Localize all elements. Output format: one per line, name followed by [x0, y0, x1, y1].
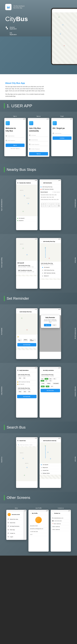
search-title: Search Bus [7, 425, 26, 430]
add-destination-screen: ▲■ ←Add Destination 1104 Smoky Row Exp 3… [40, 180, 61, 230]
label-tap-dest: Tap to add destinations [1, 199, 2, 211]
about-panel: About City Bus App City bus app tracks b… [0, 74, 77, 100]
menu-user[interactable]: Samantha Smith [8, 513, 22, 518]
menu-nearby[interactable]: Nearby Bus stops [8, 518, 22, 521]
contact-fb[interactable]: f 2001 California [52, 525, 69, 528]
confirm-field[interactable]: Confirm Password [29, 148, 48, 150]
back-icon[interactable]: ← [41, 370, 42, 371]
avatar [8, 513, 11, 516]
about-p1: City bus app tracks buses live and tells… [5, 86, 47, 92]
recent-item[interactable]: Hemmerrik Street, New York, USA [41, 194, 60, 196]
phone-icon: ☎ [52, 520, 53, 522]
set-reminder-button[interactable]: Set Reminder [17, 343, 36, 346]
mail-icon [53, 133, 54, 134]
app-logo-icon [53, 121, 57, 125]
section-1-header: 1. USER APP [0, 100, 77, 112]
email-field[interactable]: Email Address [53, 132, 71, 135]
search-row: Search bus Bus track ▲■ ☰Search bus 🔍 En… [0, 433, 77, 492]
menu-logout[interactable]: Logout [8, 535, 22, 538]
stop-item[interactable]: 3987 Sandhurst Intercity [41, 272, 60, 274]
location-icon: 📍 [52, 523, 53, 524]
reminder-row-1: Set Reminder Set Reminder pop up ▲■ ←110… [0, 304, 77, 363]
stop-item[interactable]: Old Sawmill [41, 266, 60, 269]
label-route: Bus Route [75, 258, 76, 263]
menu-icon[interactable]: ☰ [17, 182, 18, 184]
back-icon[interactable]: ← [41, 182, 42, 184]
location-icon [8, 518, 9, 520]
lock-icon [6, 140, 7, 141]
back-icon[interactable]: ← [41, 241, 42, 242]
col-label-forgot: Forgot [60, 116, 64, 117]
stop-item[interactable]: Marymount [40, 466, 61, 469]
bell-icon: 🔔 [17, 384, 18, 385]
bus-card[interactable]: 1104 Smoky Row Exp Runs from 5:30 AM - 1… [17, 264, 36, 268]
email-field[interactable]: Email Address [6, 134, 25, 138]
back-icon[interactable]: ← [52, 513, 53, 514]
signup-link[interactable]: New user? Sign up [6, 147, 25, 150]
password-field[interactable]: Enter Password [6, 139, 25, 142]
menu-icon[interactable]: ☰ [17, 440, 18, 441]
keyboard[interactable]: qwertyuiop asdfghjkl⌫ [41, 203, 60, 207]
contact-email[interactable]: ✉ contact@citybus.com [52, 517, 69, 520]
stop-chip[interactable]: Old Sawmill [29, 339, 36, 342]
contact-screen: ▲■ ←Contact us ✉ contact@citybus.com ☎ +… [51, 510, 71, 552]
bell-icon: 🔔 [17, 336, 19, 337]
stop-item[interactable]: Railway Station [40, 472, 61, 475]
stop-item[interactable]: Central Park [40, 469, 61, 472]
reminder-row-2: Daily Reminders Set Daily reminders ▲■ ☰… [0, 363, 77, 422]
mail-icon [29, 139, 30, 140]
time-chip[interactable]: 2 min [18, 339, 22, 342]
yes-button[interactable]: Yes, I do [44, 324, 51, 326]
avatar[interactable] [35, 517, 42, 523]
reminder-header: Set Reminder [0, 293, 77, 304]
section-1-title: 1. USER APP [7, 104, 32, 108]
no-button[interactable]: No [52, 324, 56, 326]
search-icon: 🔍 [18, 444, 19, 446]
back-icon[interactable]: ← [30, 513, 31, 514]
menu-contact[interactable]: Contact Us [8, 532, 22, 535]
before-chip[interactable]: Before [23, 339, 28, 342]
nearby-title: Nearby Bus Stops [7, 168, 36, 172]
daily-reminders-screen: ▲■ ☰Daily Reminders 1104 Smoky Row Exp R… [16, 367, 38, 418]
nearby-row-2: Buses approaching Bus Route ▲■ WESTON Ol… [0, 234, 77, 293]
back-icon[interactable]: ← [17, 311, 19, 312]
continue-button[interactable]: Continue [53, 136, 71, 140]
bus-card[interactable]: 3987 Sandhurst Intercity Runs from 5:30 … [17, 269, 36, 273]
stop-item[interactable]: Old Sawmill [40, 463, 61, 466]
app-logo-icon [5, 4, 12, 10]
clear-icon[interactable]: ✕ Clear search [52, 192, 60, 193]
stop-item[interactable]: 1104 Smoky Row Exp [41, 269, 60, 272]
contact-phone[interactable]: ☎ +1 987 654 3210 [52, 520, 69, 522]
recent-item[interactable]: City Garden, New York, USA [41, 196, 60, 198]
signup-screen: ▲■ Join City Bus community Full Name Ema… [28, 118, 49, 157]
password-field[interactable]: Create Password [29, 143, 48, 146]
col-label-signup: Sign up [37, 116, 41, 117]
recent-item[interactable]: Golden Business Park, New York, USA [41, 198, 60, 201]
set-reminder-button[interactable]: Set Reminder [41, 389, 60, 392]
search-input[interactable]: 🔍 Enter bus number or name [17, 444, 37, 446]
menu-icon[interactable]: ☰ [17, 370, 18, 371]
user-icon [29, 134, 30, 136]
contact-tw[interactable]: t 2001 California [52, 528, 69, 531]
signin-button[interactable]: Sign in [6, 144, 25, 147]
days-selector[interactable]: Mon Tue Wed Thu Fri Sat Sun [41, 378, 60, 382]
svg-point-1 [8, 8, 8, 8]
back-icon[interactable]: ← [41, 440, 42, 441]
email-field[interactable]: Email Address [29, 138, 48, 142]
menu-search[interactable]: Search Bus [8, 521, 22, 524]
menu-share[interactable]: Share App [8, 528, 22, 532]
stop-row[interactable]: Old Sawmill [17, 217, 36, 220]
phone-icon [8, 532, 9, 534]
signup-button[interactable]: Sign up [29, 152, 48, 156]
set-reminder-button[interactable]: Set Reminder [17, 395, 37, 398]
label-add-dest: Add destinations [75, 199, 76, 208]
nearby-map-screen: ▲■ ☰Nearby Bus Stations WESTON BESTCH Ol… [16, 180, 38, 230]
menu-reminders[interactable]: Set Daily Reminders [8, 524, 22, 528]
bell-icon [8, 526, 9, 527]
stop-row[interactable]: Sawmill D [17, 220, 36, 222]
stop-item[interactable]: Walmart H [41, 274, 60, 278]
svg-point-2 [9, 8, 9, 8]
lock-icon [29, 148, 30, 150]
name-field[interactable]: Full Name [29, 134, 48, 137]
twitter-icon: t [52, 529, 52, 530]
